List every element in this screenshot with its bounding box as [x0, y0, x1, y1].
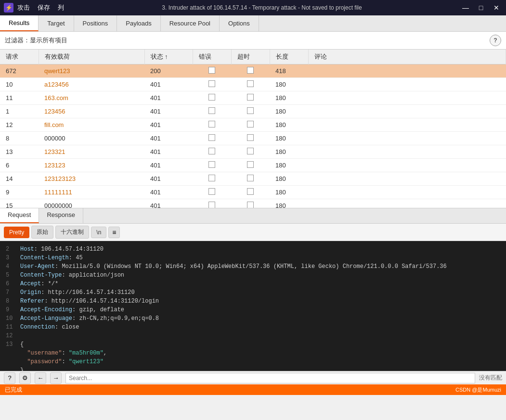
menu-save[interactable]: 保存: [38, 3, 50, 12]
help-button[interactable]: ?: [490, 35, 501, 46]
cell-timeout: [231, 132, 270, 145]
cell-length: 180: [270, 132, 308, 145]
titlebar-menu: 攻击 保存 列: [17, 3, 64, 12]
cell-request-id: 14: [0, 172, 39, 186]
cell-timeout: [231, 105, 270, 118]
cell-error: [193, 78, 231, 91]
cell-payload: 123123: [39, 159, 144, 172]
table-row[interactable]: 1500000000401180: [0, 199, 506, 209]
cell-payload: 123456: [39, 105, 144, 118]
cell-comment: [308, 105, 506, 118]
cell-length: 180: [270, 118, 308, 132]
cell-payload: 123123123: [39, 172, 144, 186]
minimize-button[interactable]: —: [460, 2, 471, 13]
col-error[interactable]: 错误: [193, 50, 231, 64]
code-line-2: 2Host: 106.14.57.14:31120: [6, 245, 500, 254]
table-row[interactable]: 672qwert123200418: [0, 64, 506, 78]
cell-length: 180: [270, 105, 308, 118]
cell-status: 401: [144, 105, 193, 118]
help-status-button[interactable]: ?: [4, 372, 15, 384]
cell-status: 200: [144, 64, 193, 78]
col-request[interactable]: 请求: [0, 50, 39, 64]
col-timeout[interactable]: 超时: [231, 50, 270, 64]
cell-timeout: [231, 118, 270, 132]
code-line-11: 11Connection: close: [6, 323, 500, 331]
cell-timeout: [231, 145, 270, 159]
col-status[interactable]: 状态 ↑: [144, 50, 193, 64]
cell-error: [193, 91, 231, 105]
watermark: CSDN @是Mumuzi: [455, 386, 501, 394]
tab-response[interactable]: Response: [39, 208, 83, 223]
menu-list[interactable]: 列: [58, 3, 64, 12]
tab-options[interactable]: Options: [220, 15, 259, 31]
forward-button[interactable]: →: [50, 372, 62, 384]
cell-status: 401: [144, 118, 193, 132]
code-line-12: 12: [6, 331, 500, 340]
table-row[interactable]: 11163.com401180: [0, 91, 506, 105]
code-line-15: "password": "qwert123": [6, 357, 500, 366]
tab-target[interactable]: Target: [39, 15, 74, 31]
code-area: 2Host: 106.14.57.14:31120 3Content-Lengt…: [0, 241, 506, 371]
table-row[interactable]: 911111111401180: [0, 186, 506, 199]
cell-status: 401: [144, 186, 193, 199]
cell-length: 180: [270, 78, 308, 91]
code-line-14: "username": "ma5hr00m",: [6, 349, 500, 357]
col-comment[interactable]: 评论: [308, 50, 506, 64]
subtab-menu[interactable]: ≡: [108, 227, 120, 238]
table-row[interactable]: 1123456401180: [0, 105, 506, 118]
subtab-hex[interactable]: 十六進制: [55, 226, 89, 239]
cell-error: [193, 64, 231, 78]
search-input[interactable]: [65, 373, 475, 383]
cell-timeout: [231, 159, 270, 172]
cell-length: 180: [270, 145, 308, 159]
cell-length: 418: [270, 64, 308, 78]
cell-error: [193, 145, 231, 159]
menu-attack[interactable]: 攻击: [17, 3, 30, 12]
subtab-raw[interactable]: 原始: [31, 226, 53, 239]
bottom-panel: Request Response Pretty 原始 十六進制 \n ≡ 2Ho…: [0, 208, 506, 371]
cell-timeout: [231, 78, 270, 91]
code-line-10: 10Accept-Language: zh-CN,zh;q=0.9,en;q=0…: [6, 314, 500, 323]
cell-error: [193, 132, 231, 145]
tab-resource-pool[interactable]: Resource Pool: [161, 15, 220, 31]
subtab-pretty[interactable]: Pretty: [4, 227, 29, 238]
cell-comment: [308, 91, 506, 105]
tab-payloads[interactable]: Payloads: [117, 15, 160, 31]
tab-positions[interactable]: Positions: [74, 15, 117, 31]
table-row[interactable]: 6123123401180: [0, 159, 506, 172]
code-line-9: 9Accept-Encoding: gzip, deflate: [6, 305, 500, 314]
cell-status: 401: [144, 91, 193, 105]
col-length[interactable]: 长度: [270, 50, 308, 64]
cell-timeout: [231, 64, 270, 78]
settings-status-button[interactable]: ⚙: [19, 372, 31, 384]
code-line-4: 4User-Agent: Mozilla/5.0 (Windows NT 10.…: [6, 262, 500, 271]
back-button[interactable]: ←: [35, 372, 46, 384]
subtab-newline[interactable]: \n: [91, 227, 106, 238]
filter-label[interactable]: 过滤器：显示所有项目: [5, 36, 67, 45]
bottom-tabs: Request Response: [0, 208, 506, 224]
close-button[interactable]: ✕: [491, 2, 502, 13]
code-line-7: 7Origin: http://106.14.57.14:31120: [6, 288, 500, 297]
cell-error: [193, 159, 231, 172]
cell-payload: 00000000: [39, 199, 144, 209]
window-controls: — □ ✕: [460, 2, 502, 13]
cell-timeout: [231, 172, 270, 186]
cell-comment: [308, 199, 506, 209]
cell-comment: [308, 159, 506, 172]
code-line-16: }: [6, 366, 500, 371]
cell-request-id: 10: [0, 78, 39, 91]
cell-length: 180: [270, 91, 308, 105]
cell-length: 180: [270, 172, 308, 186]
cell-request-id: 1: [0, 105, 39, 118]
table-row[interactable]: 8000000401180: [0, 132, 506, 145]
statusbar: ? ⚙ ← → 没有匹配: [0, 371, 506, 384]
table-row[interactable]: 12fill.com401180: [0, 118, 506, 132]
tab-results[interactable]: Results: [0, 15, 39, 31]
code-line-13: 13{: [6, 340, 500, 349]
tab-request[interactable]: Request: [0, 208, 39, 223]
table-row[interactable]: 10a123456401180: [0, 78, 506, 91]
col-payload[interactable]: 有效载荷: [39, 50, 144, 64]
table-row[interactable]: 14123123123401180: [0, 172, 506, 186]
table-row[interactable]: 13123321401180: [0, 145, 506, 159]
maximize-button[interactable]: □: [475, 2, 487, 13]
